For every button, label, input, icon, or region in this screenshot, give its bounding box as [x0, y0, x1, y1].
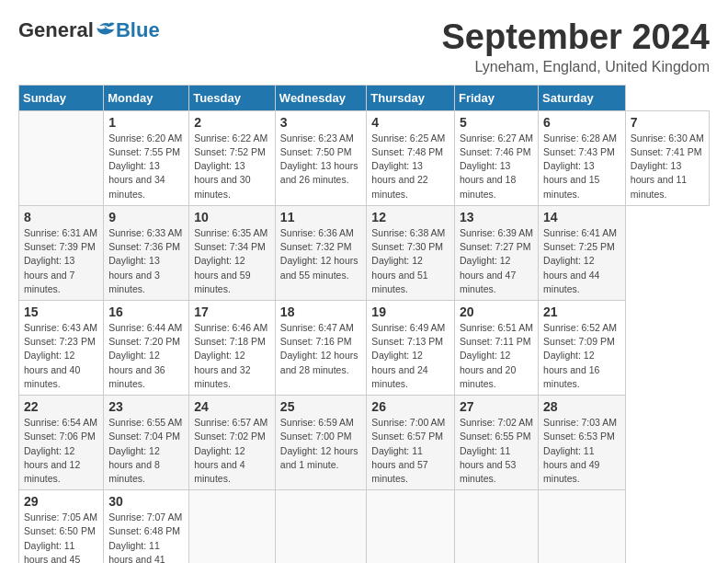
day-info: Sunrise: 6:27 AMSunset: 7:46 PMDaylight:… [460, 132, 533, 201]
calendar-week-1: 1Sunrise: 6:20 AMSunset: 7:55 PMDaylight… [19, 110, 710, 205]
calendar-cell: 28Sunrise: 7:03 AMSunset: 6:53 PMDayligh… [539, 396, 626, 490]
calendar-table: SundayMondayTuesdayWednesdayThursdayFrid… [18, 85, 710, 563]
calendar-cell: 16Sunrise: 6:44 AMSunset: 7:20 PMDayligh… [104, 300, 189, 395]
day-info: Sunrise: 7:05 AMSunset: 6:50 PMDaylight:… [24, 511, 98, 563]
day-number: 21 [543, 304, 620, 319]
calendar-cell: 20Sunrise: 6:51 AMSunset: 7:11 PMDayligh… [454, 300, 538, 395]
calendar-cell: 8Sunrise: 6:31 AMSunset: 7:39 PMDaylight… [19, 205, 104, 300]
calendar-cell: 10Sunrise: 6:35 AMSunset: 7:34 PMDayligh… [189, 205, 276, 300]
day-info: Sunrise: 6:22 AMSunset: 7:52 PMDaylight:… [194, 132, 270, 201]
day-info: Sunrise: 6:35 AMSunset: 7:34 PMDaylight:… [194, 226, 270, 296]
day-info: Sunrise: 6:46 AMSunset: 7:18 PMDaylight:… [194, 321, 270, 391]
calendar-cell: 7Sunrise: 6:30 AMSunset: 7:41 PMDaylight… [625, 110, 709, 205]
day-number: 16 [108, 304, 184, 319]
day-info: Sunrise: 6:59 AMSunset: 7:00 PMDaylight:… [280, 416, 362, 472]
day-number: 27 [460, 399, 533, 414]
day-number: 25 [280, 399, 362, 414]
calendar-cell: 6Sunrise: 6:28 AMSunset: 7:43 PMDaylight… [539, 110, 626, 205]
logo-bird-icon [96, 22, 116, 39]
day-info: Sunrise: 6:20 AMSunset: 7:55 PMDaylight:… [108, 132, 184, 201]
calendar-cell: 2Sunrise: 6:22 AMSunset: 7:52 PMDaylight… [189, 110, 276, 205]
calendar-week-4: 22Sunrise: 6:54 AMSunset: 7:06 PMDayligh… [19, 396, 710, 490]
calendar-cell [275, 490, 367, 563]
day-number: 13 [460, 210, 533, 224]
day-info: Sunrise: 6:51 AMSunset: 7:11 PMDaylight:… [460, 321, 533, 391]
day-info: Sunrise: 6:49 AMSunset: 7:13 PMDaylight:… [371, 321, 449, 391]
day-info: Sunrise: 7:02 AMSunset: 6:55 PMDaylight:… [460, 416, 533, 486]
calendar-header-tuesday: Tuesday [189, 85, 276, 110]
calendar-cell: 3Sunrise: 6:23 AMSunset: 7:50 PMDaylight… [275, 110, 367, 205]
logo-blue-text: Blue [116, 18, 160, 42]
calendar-cell: 25Sunrise: 6:59 AMSunset: 7:00 PMDayligh… [275, 396, 367, 490]
calendar-cell [454, 490, 538, 563]
calendar-cell: 18Sunrise: 6:47 AMSunset: 7:16 PMDayligh… [275, 300, 367, 395]
calendar-cell: 19Sunrise: 6:49 AMSunset: 7:13 PMDayligh… [367, 300, 455, 395]
calendar-header-saturday: Saturday [539, 85, 626, 110]
day-info: Sunrise: 6:54 AMSunset: 7:06 PMDaylight:… [24, 416, 98, 486]
calendar-cell: 13Sunrise: 6:39 AMSunset: 7:27 PMDayligh… [454, 205, 538, 300]
calendar-week-5: 29Sunrise: 7:05 AMSunset: 6:50 PMDayligh… [19, 490, 710, 563]
calendar-header-monday: Monday [104, 85, 189, 110]
calendar-cell [189, 490, 276, 563]
day-number: 18 [280, 304, 362, 319]
day-info: Sunrise: 6:30 AMSunset: 7:41 PMDaylight:… [631, 132, 704, 201]
calendar-cell: 24Sunrise: 6:57 AMSunset: 7:02 PMDayligh… [189, 396, 276, 490]
day-info: Sunrise: 6:44 AMSunset: 7:20 PMDaylight:… [108, 321, 184, 391]
day-number: 7 [631, 115, 704, 130]
logo-general-text: General [18, 18, 94, 42]
calendar-cell: 4Sunrise: 6:25 AMSunset: 7:48 PMDaylight… [367, 110, 455, 205]
month-title: September 2024 [442, 18, 711, 57]
day-info: Sunrise: 6:43 AMSunset: 7:23 PMDaylight:… [24, 321, 98, 391]
calendar-cell: 1Sunrise: 6:20 AMSunset: 7:55 PMDaylight… [104, 110, 189, 205]
day-number: 28 [543, 399, 620, 414]
calendar-cell: 27Sunrise: 7:02 AMSunset: 6:55 PMDayligh… [454, 396, 538, 490]
day-number: 10 [194, 210, 270, 224]
day-number: 26 [371, 399, 449, 414]
calendar-cell [539, 490, 626, 563]
calendar-header-wednesday: Wednesday [275, 85, 367, 110]
day-number: 6 [543, 115, 620, 130]
day-number: 22 [24, 399, 98, 414]
day-number: 19 [371, 304, 449, 319]
day-number: 17 [194, 304, 270, 319]
title-section: September 2024 Lyneham, England, United … [442, 18, 711, 75]
day-info: Sunrise: 6:23 AMSunset: 7:50 PMDaylight:… [280, 132, 362, 188]
calendar-header-friday: Friday [454, 85, 538, 110]
calendar-cell: 14Sunrise: 6:41 AMSunset: 7:25 PMDayligh… [539, 205, 626, 300]
day-number: 23 [108, 399, 184, 414]
day-number: 4 [371, 115, 449, 130]
calendar-cell: 9Sunrise: 6:33 AMSunset: 7:36 PMDaylight… [104, 205, 189, 300]
day-number: 15 [24, 304, 98, 319]
calendar-week-3: 15Sunrise: 6:43 AMSunset: 7:23 PMDayligh… [19, 300, 710, 395]
calendar-cell: 11Sunrise: 6:36 AMSunset: 7:32 PMDayligh… [275, 205, 367, 300]
day-info: Sunrise: 6:39 AMSunset: 7:27 PMDaylight:… [460, 226, 533, 296]
day-number: 11 [280, 210, 362, 224]
day-info: Sunrise: 6:41 AMSunset: 7:25 PMDaylight:… [543, 226, 620, 296]
day-info: Sunrise: 6:33 AMSunset: 7:36 PMDaylight:… [108, 226, 184, 296]
calendar-cell: 29Sunrise: 7:05 AMSunset: 6:50 PMDayligh… [19, 490, 104, 563]
calendar-cell: 30Sunrise: 7:07 AMSunset: 6:48 PMDayligh… [104, 490, 189, 563]
day-number: 3 [280, 115, 362, 130]
calendar-cell: 26Sunrise: 7:00 AMSunset: 6:57 PMDayligh… [367, 396, 455, 490]
calendar-cell: 12Sunrise: 6:38 AMSunset: 7:30 PMDayligh… [367, 205, 455, 300]
day-info: Sunrise: 6:25 AMSunset: 7:48 PMDaylight:… [371, 132, 449, 201]
day-number: 14 [543, 210, 620, 224]
day-info: Sunrise: 6:36 AMSunset: 7:32 PMDaylight:… [280, 226, 362, 282]
calendar-cell: 23Sunrise: 6:55 AMSunset: 7:04 PMDayligh… [104, 396, 189, 490]
calendar-cell: 22Sunrise: 6:54 AMSunset: 7:06 PMDayligh… [19, 396, 104, 490]
day-info: Sunrise: 7:03 AMSunset: 6:53 PMDaylight:… [543, 416, 620, 486]
day-number: 2 [194, 115, 270, 130]
day-number: 29 [24, 494, 98, 509]
day-info: Sunrise: 6:55 AMSunset: 7:04 PMDaylight:… [108, 416, 184, 486]
day-info: Sunrise: 6:31 AMSunset: 7:39 PMDaylight:… [24, 226, 98, 296]
calendar-cell: 5Sunrise: 6:27 AMSunset: 7:46 PMDaylight… [454, 110, 538, 205]
day-info: Sunrise: 6:57 AMSunset: 7:02 PMDaylight:… [194, 416, 270, 486]
calendar-cell [19, 110, 104, 205]
day-info: Sunrise: 7:07 AMSunset: 6:48 PMDaylight:… [108, 511, 184, 563]
calendar-cell: 21Sunrise: 6:52 AMSunset: 7:09 PMDayligh… [539, 300, 626, 395]
day-number: 8 [24, 210, 98, 224]
calendar-header-thursday: Thursday [367, 85, 455, 110]
calendar-cell [367, 490, 455, 563]
day-number: 12 [371, 210, 449, 224]
day-number: 30 [108, 494, 184, 509]
